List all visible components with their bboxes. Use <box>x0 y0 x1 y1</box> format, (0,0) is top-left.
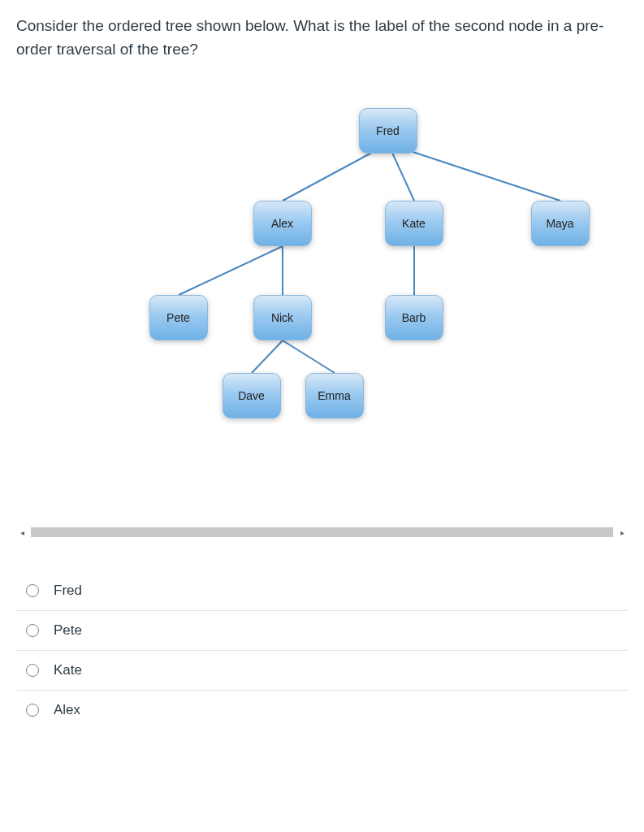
option-label: Fred <box>54 583 82 599</box>
question-text: Consider the ordered tree shown below. W… <box>16 15 628 61</box>
radio-icon[interactable] <box>26 624 39 637</box>
scroll-left-arrow[interactable]: ◂ <box>16 524 28 540</box>
svg-line-2 <box>388 144 560 201</box>
options-list: Fred Pete Kate Alex <box>16 571 628 730</box>
tree-node-barb: Barb <box>385 295 443 340</box>
option-alex[interactable]: Alex <box>16 691 628 730</box>
tree-diagram: Fred Alex Kate Maya Pete Nick Barb Dave … <box>18 93 627 500</box>
option-pete[interactable]: Pete <box>16 611 628 651</box>
tree-node-alex: Alex <box>253 201 312 246</box>
tree-node-nick: Nick <box>253 295 312 340</box>
option-kate[interactable]: Kate <box>16 651 628 691</box>
option-label: Kate <box>54 662 82 678</box>
scroll-right-arrow[interactable]: ▸ <box>616 524 628 540</box>
radio-icon[interactable] <box>26 664 39 677</box>
svg-line-7 <box>283 340 335 373</box>
scroll-track[interactable] <box>31 527 613 537</box>
tree-node-kate: Kate <box>385 201 443 246</box>
option-label: Pete <box>54 622 82 639</box>
svg-line-6 <box>252 340 283 373</box>
option-fred[interactable]: Fred <box>16 571 628 611</box>
tree-edges <box>18 93 627 500</box>
radio-icon[interactable] <box>26 704 39 717</box>
option-label: Alex <box>54 702 80 718</box>
tree-node-emma: Emma <box>305 373 364 418</box>
radio-icon[interactable] <box>26 584 39 597</box>
horizontal-scrollbar[interactable]: ◂ ▸ <box>16 524 628 540</box>
tree-node-maya: Maya <box>531 201 590 246</box>
tree-node-fred: Fred <box>359 108 417 154</box>
svg-line-3 <box>179 246 283 295</box>
tree-node-pete: Pete <box>149 295 208 340</box>
tree-node-dave: Dave <box>223 373 281 418</box>
